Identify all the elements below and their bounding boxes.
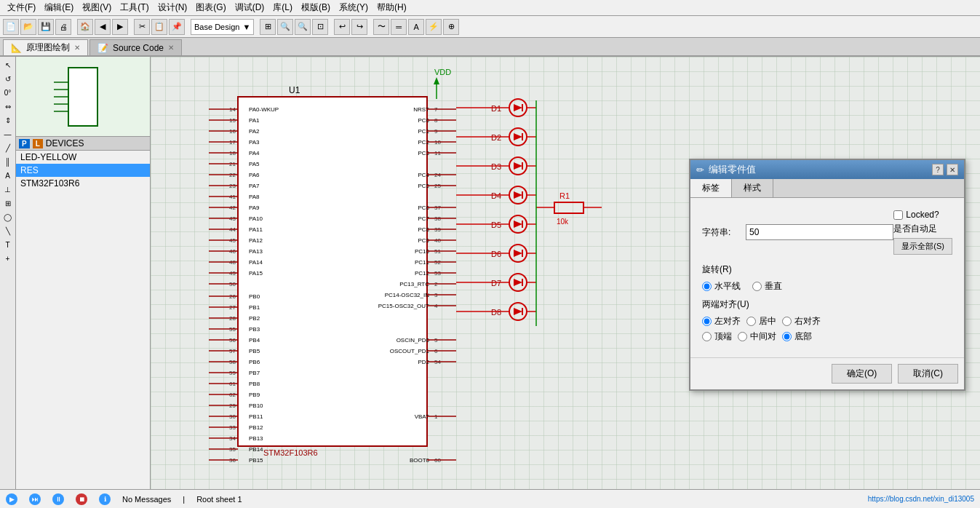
play-button[interactable]: ▶ <box>6 493 17 505</box>
menu-help[interactable]: 帮助(H) <box>373 0 411 15</box>
menu-file[interactable]: 文件(F) <box>3 0 40 15</box>
canvas-area[interactable]: VDD U1 STM32F103R6 14 PA0-WKUP 15 PA1 16… <box>151 57 980 489</box>
sidebar-item-res[interactable]: RES <box>16 164 150 177</box>
tb-new[interactable]: 📄 <box>3 19 19 35</box>
tb-cut[interactable]: ✂ <box>134 19 150 35</box>
tb-zoom-in[interactable]: 🔍 <box>277 19 293 35</box>
svg-text:PA5: PA5 <box>249 161 260 167</box>
dialog-help-button[interactable]: ? <box>932 164 944 175</box>
tb-open[interactable]: 📂 <box>20 19 36 35</box>
vertical-radio[interactable] <box>752 282 762 291</box>
svg-text:PA0-WKUP: PA0-WKUP <box>249 106 279 113</box>
menu-template[interactable]: 模版(B) <box>297 0 335 15</box>
tb-print[interactable]: 🖨 <box>55 19 71 35</box>
status-info-icon: ℹ <box>99 493 111 505</box>
svg-text:PA7: PA7 <box>249 183 260 189</box>
stop-button[interactable]: ⏹ <box>76 493 87 505</box>
align-top-radio[interactable] <box>702 332 712 341</box>
horizontal-radio[interactable] <box>702 282 712 291</box>
tab-schematic-icon: 📐 <box>11 43 22 53</box>
lt-select[interactable]: ↖ <box>1 58 15 71</box>
svg-text:OSCIN_PD0: OSCIN_PD0 <box>397 337 430 344</box>
dialog-tabs: 标签 样式 <box>690 179 964 198</box>
menu-debug[interactable]: 调试(D) <box>231 0 269 15</box>
lt-wire[interactable]: ╱ <box>1 141 15 154</box>
tab-schematic-close[interactable]: ✕ <box>74 44 80 52</box>
svg-rect-225 <box>554 202 583 213</box>
lt-power[interactable]: ⊥ <box>1 183 15 196</box>
lt-rotate[interactable]: ↺ <box>1 72 15 85</box>
menu-view[interactable]: 视图(V) <box>78 0 116 15</box>
tb-home[interactable]: 🏠 <box>77 19 93 35</box>
ok-button[interactable]: 确定(O) <box>832 364 892 384</box>
tb-power[interactable]: ⚡ <box>426 19 442 35</box>
tb-undo[interactable]: ↩ <box>334 19 350 35</box>
tb-paste[interactable]: 📌 <box>169 19 185 35</box>
align-bottom-radio[interactable] <box>782 332 792 341</box>
lt-angle[interactable]: 0° <box>1 86 15 99</box>
string-input[interactable] <box>746 224 893 240</box>
step-button[interactable]: ⏭ <box>29 493 41 505</box>
lt-line[interactable]: ╲ <box>1 224 15 237</box>
align-left-label: 左对齐 <box>714 315 741 328</box>
tb-zoom-fit[interactable]: ⊡ <box>312 19 328 35</box>
auto-rename-row: 是否自动足 <box>893 223 952 235</box>
badge-p: P <box>19 139 30 148</box>
menu-tools[interactable]: 工具(T) <box>116 0 153 15</box>
dialog-title-text: 编辑零件值 <box>709 163 756 176</box>
tb-save[interactable]: 💾 <box>38 19 54 35</box>
sidebar-item-led[interactable]: LED-YELLOW <box>16 151 150 164</box>
align-left-radio[interactable] <box>702 317 712 326</box>
tb-design-dropdown[interactable]: Base Design ▼ <box>191 19 254 35</box>
tb-fwd[interactable]: ▶ <box>112 19 128 35</box>
dialog-tab-style[interactable]: 样式 <box>732 179 773 197</box>
menu-design[interactable]: 设计(N) <box>154 0 192 15</box>
lt-flip[interactable]: ⇕ <box>1 114 15 127</box>
align-center-radio[interactable] <box>746 317 756 326</box>
pause-button[interactable]: ⏸ <box>52 493 64 505</box>
align-middle-radio[interactable] <box>738 332 747 341</box>
svg-marker-184 <box>514 133 522 140</box>
tb-grid[interactable]: ⊞ <box>260 19 276 35</box>
lt-comp[interactable]: ⊞ <box>1 197 15 210</box>
lt-mirror[interactable]: ⇔ <box>1 100 15 113</box>
dialog-titlebar: ✏ 编辑零件值 ? ✕ <box>690 160 964 179</box>
locked-checkbox[interactable] <box>893 210 903 220</box>
tb-component[interactable]: ⊕ <box>443 19 459 35</box>
left-toolbar: ↖ ↺ 0° ⇔ ⇕ — ╱ ║ A ⊥ ⊞ ◯ ╲ T + <box>0 57 16 489</box>
lt-probe[interactable]: ◯ <box>1 210 15 223</box>
lt-add[interactable]: + <box>1 252 15 265</box>
sidebar-item-stm32[interactable]: STM32F103R6 <box>16 177 150 190</box>
svg-text:PB11: PB11 <box>249 413 263 420</box>
svg-text:PB10: PB10 <box>249 402 263 409</box>
tab-schematic[interactable]: 📐 原理图绘制 ✕ <box>3 39 88 55</box>
menu-lib[interactable]: 库(L) <box>268 0 297 15</box>
svg-text:D3: D3 <box>491 162 501 171</box>
tab-source-code[interactable]: 📝 Source Code ✕ <box>89 39 182 55</box>
svg-text:D4: D4 <box>491 191 501 200</box>
menu-graph[interactable]: 图表(G) <box>191 0 230 15</box>
dialog-tab-label[interactable]: 标签 <box>690 179 732 197</box>
tb-copy[interactable]: 📋 <box>151 19 167 35</box>
align-right-radio[interactable] <box>782 317 792 326</box>
tb-zoom-out[interactable]: 🔍 <box>295 19 311 35</box>
align-row-2: 顶端 中间对 底部 <box>702 330 952 343</box>
display-all-button[interactable]: 显示全部(S) <box>893 238 952 255</box>
tb-redo[interactable]: ↪ <box>351 19 367 35</box>
locked-label: Locked? <box>906 210 939 220</box>
menu-edit[interactable]: 编辑(E) <box>40 0 78 15</box>
lt-bus[interactable]: ║ <box>1 155 15 168</box>
tb-bus[interactable]: ═ <box>391 19 407 35</box>
lt-label[interactable]: A <box>1 169 15 182</box>
lt-text[interactable]: T <box>1 238 15 251</box>
dialog-close-button[interactable]: ✕ <box>947 164 958 175</box>
cancel-button[interactable]: 取消(C) <box>898 364 958 384</box>
menu-system[interactable]: 系统(Y) <box>335 0 373 15</box>
preview-svg <box>47 60 119 133</box>
svg-text:PB14: PB14 <box>249 446 263 453</box>
tab-source-close[interactable]: ✕ <box>168 44 174 52</box>
tb-back[interactable]: ◀ <box>95 19 111 35</box>
tb-wire[interactable]: 〜 <box>373 19 389 35</box>
align-right-label: 右对齐 <box>794 315 821 328</box>
tb-label[interactable]: A <box>408 19 424 35</box>
